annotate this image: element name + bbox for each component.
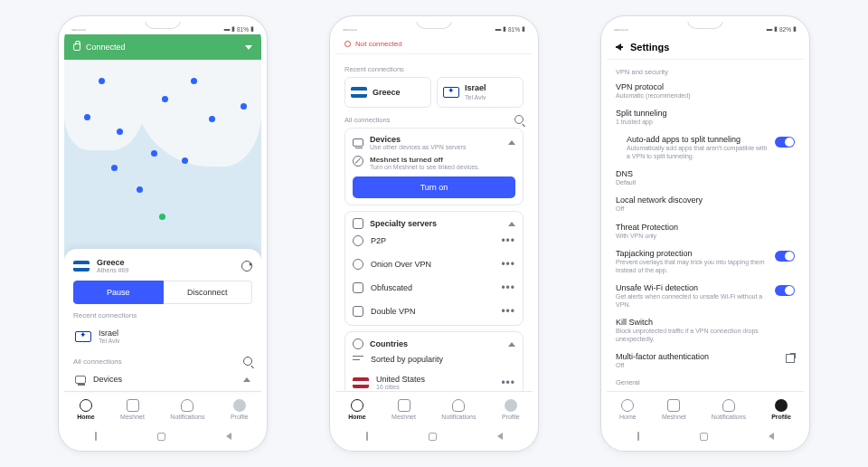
sort-row[interactable]: Sorted by popularity [353,349,515,369]
lock-icon [73,43,80,51]
toggle-on[interactable] [775,251,795,262]
map-server-dot[interactable] [84,114,90,120]
setting-title: Tapjacking protection [616,249,768,258]
setting-tapjacking[interactable]: Tapjacking protectionPrevent overlays th… [616,244,795,279]
recent-tile-israel[interactable]: IsraelTel Aviv [437,77,524,108]
home-button[interactable] [429,433,437,441]
more-icon[interactable]: ••• [501,258,515,271]
search-icon[interactable] [514,115,524,124]
map-server-dot[interactable] [209,116,215,122]
meshnet-off-sub: Turn on Meshnet to see linked devices. [370,164,480,170]
meshnet-off-title: Meshnet is turned off [370,156,480,164]
map-server-dot[interactable] [99,78,105,84]
meshnet-icon [667,399,680,412]
setting-sub: Automatic (recommended) [616,91,795,100]
home-button[interactable] [700,433,708,441]
disabled-icon [353,156,363,167]
nav-profile[interactable]: Profile [231,399,249,420]
nav-meshnet[interactable]: Meshnet [392,399,416,420]
current-server-row[interactable]: Greece Athens #69 [73,258,252,273]
pause-button[interactable]: Pause [73,281,164,304]
server-map[interactable]: Greece Athens #69 Pause Disconnect Recen… [64,60,261,391]
setting-vpn-protocol[interactable]: VPN protocolAutomatic (recommended) [616,78,795,104]
setting-title: Threat Protection [616,223,795,232]
home-button[interactable] [157,433,165,441]
setting-threat-protection[interactable]: Threat ProtectionWith VPN only [616,218,795,244]
more-icon[interactable]: ••• [501,281,515,294]
server-double-vpn[interactable]: Double VPN••• [353,300,515,323]
setting-autoadd-split[interactable]: Auto-add apps to split tunnelingAutomati… [616,130,795,165]
not-connected-label: Not connected [355,40,402,48]
nav-notifications[interactable]: Notifications [712,399,746,420]
country-us[interactable]: United States16 cities••• [353,369,515,391]
chevron-up-icon [243,377,250,382]
more-icon[interactable]: ••• [501,376,515,389]
map-current-server-dot[interactable] [159,214,165,220]
toggle-on[interactable] [775,285,795,296]
connected-label: Connected [86,43,126,52]
map-server-dot[interactable] [182,157,188,164]
toggle-on[interactable] [775,137,795,148]
connection-status-bar[interactable]: Connected [64,34,261,60]
setting-dns[interactable]: DNSDefault [616,165,795,191]
all-connections-label: All connections [73,357,122,366]
server-label: Onion Over VPN [371,260,431,269]
status-icons-left: ◦▫◦◦◦◦◦ [71,26,86,33]
more-icon[interactable]: ••• [501,305,515,318]
devices-sublabel: Use other devices as VPN servers [370,144,467,150]
nav-meshnet-label: Meshnet [662,414,686,420]
setting-unsafe-wifi[interactable]: Unsafe Wi-Fi detectionGet alerts when co… [616,279,795,313]
devices-header[interactable]: DevicesUse other devices as VPN servers [353,135,515,150]
back-button[interactable] [226,433,231,440]
nav-profile[interactable]: Profile [502,399,520,420]
turn-on-button[interactable]: Turn on [353,176,515,198]
map-server-dot[interactable] [162,96,168,102]
countries-header[interactable]: Countries [353,338,515,349]
connection-status-bar[interactable]: Not connected [335,34,533,54]
map-server-dot[interactable] [151,150,157,157]
nav-meshnet[interactable]: Meshnet [120,399,145,420]
back-button[interactable] [497,433,503,440]
recent-connections-label: Recent connections [73,311,252,319]
nav-home-label: Home [619,414,637,420]
nav-home[interactable]: Home [348,399,365,420]
setting-local-network[interactable]: Local network discoveryOff [616,191,795,217]
back-button[interactable] [769,433,774,440]
specialty-header[interactable]: Specialty servers [353,218,515,229]
disconnect-button[interactable]: Disconnect [164,281,253,304]
nav-notifications[interactable]: Notifications [170,399,204,420]
setting-split-tunneling[interactable]: Split tunneling1 trusted app [616,104,795,130]
map-server-dot[interactable] [137,186,143,193]
recents-button[interactable] [95,432,97,441]
more-icon[interactable]: ••• [501,234,515,247]
nav-meshnet[interactable]: Meshnet [662,399,686,420]
server-label: Obfuscated [371,283,412,292]
onion-icon [353,259,363,270]
recents-button[interactable] [637,432,639,441]
map-server-dot[interactable] [117,129,123,135]
nav-home[interactable]: Home [77,399,94,420]
setting-kill-switch[interactable]: Kill SwitchBlock unprotected traffic if … [616,313,795,348]
status-icons-left: ◦▫◦◦◦◦◦ [614,26,628,33]
devices-row[interactable]: Devices [73,369,252,389]
server-obfuscated[interactable]: Obfuscated••• [353,276,515,300]
recent-item-israel[interactable]: Israel Tel Aviv [73,323,252,349]
globe-icon [351,399,363,412]
nav-home[interactable]: Home [619,399,637,420]
bell-icon [181,399,193,412]
server-onion[interactable]: Onion Over VPN••• [353,253,515,276]
map-server-dot[interactable] [191,78,197,84]
map-server-dot[interactable] [241,103,247,110]
map-server-dot[interactable] [111,165,118,171]
recent-tile-greece[interactable]: Greece [344,77,431,108]
all-connections-label: All connections [344,116,390,124]
back-arrow-icon[interactable] [616,43,621,51]
recents-button[interactable] [366,432,368,441]
setting-mfa[interactable]: Multi-factor authenticationOff [616,348,795,374]
refresh-icon[interactable] [241,261,252,272]
nav-notifications[interactable]: Notifications [441,399,476,420]
search-icon[interactable] [243,357,252,366]
setting-sub: Prevent overlays that may trick you into… [616,258,768,274]
nav-profile[interactable]: Profile [771,399,791,420]
server-p2p[interactable]: P2P••• [353,229,515,253]
